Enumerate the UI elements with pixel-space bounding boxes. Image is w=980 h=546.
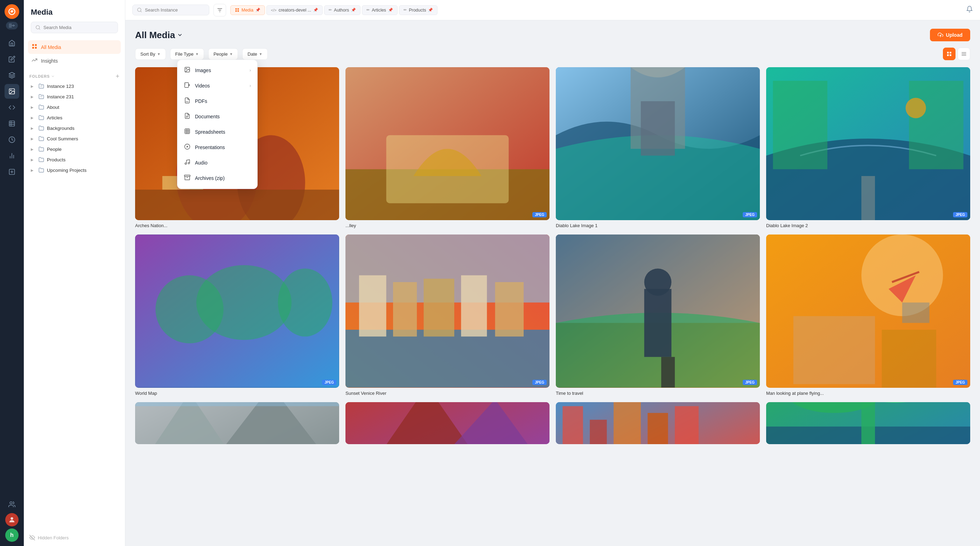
media-card-palm[interactable]: [766, 402, 970, 447]
folder-arrow: ▶: [31, 95, 36, 99]
svg-text:PDF: PDF: [186, 101, 189, 103]
dropdown-documents[interactable]: Documents: [177, 109, 257, 124]
svg-point-95: [644, 269, 671, 296]
topbar: Media 📌 </> creators-devel ... 📌 ✏ Autho…: [125, 0, 980, 20]
folders-label[interactable]: FOLDERS: [29, 74, 55, 78]
folder-instance-231[interactable]: ▶ Instance 231: [29, 91, 119, 102]
nav-layers-icon[interactable]: [5, 68, 19, 83]
tab-authors[interactable]: ✏ Authors 📌: [324, 5, 361, 15]
folder-arrow: ▶: [31, 147, 36, 151]
title-chevron-icon: [177, 32, 183, 38]
media-card-mt1[interactable]: [135, 402, 339, 447]
upload-button[interactable]: Upload: [930, 29, 970, 41]
folder-arrow: ▶: [31, 168, 36, 172]
folder-upcoming-projects[interactable]: ▶ Upcoming Projects: [29, 165, 119, 175]
nav-home-icon[interactable]: [5, 36, 19, 50]
hidden-folders[interactable]: Hidden Folders: [24, 529, 125, 546]
nav-chart-icon[interactable]: [5, 148, 19, 163]
svg-rect-78: [861, 176, 875, 220]
media-card-plane[interactable]: JPEG Man looking at plane flying...: [766, 234, 970, 395]
media-badge-lake2: JPEG: [953, 212, 967, 217]
dropdown-presentations[interactable]: Presentations: [177, 140, 257, 155]
nav-items: All Media Insights: [24, 37, 125, 68]
topbar-filter-button[interactable]: [213, 4, 226, 16]
media-card-travel[interactable]: JPEG Time to travel: [556, 234, 760, 395]
svg-point-15: [11, 517, 13, 520]
grid-view-button[interactable]: [943, 48, 956, 60]
media-thumb-venice: JPEG: [345, 234, 549, 387]
tab-products-icon: ✏: [404, 8, 407, 12]
media-card-desert[interactable]: JPEG ...lley: [345, 67, 549, 228]
user-avatar-top[interactable]: [5, 513, 19, 526]
collapse-button[interactable]: [6, 22, 18, 29]
folder-instance-123[interactable]: ▶ Instance 123: [29, 81, 119, 91]
svg-rect-90: [461, 275, 487, 337]
insights-label: Insights: [41, 58, 58, 64]
nav-edit-icon[interactable]: [5, 52, 19, 67]
topbar-search-input[interactable]: [145, 7, 204, 13]
svg-rect-100: [881, 330, 936, 387]
dropdown-pdfs[interactable]: PDF PDFs: [177, 94, 257, 109]
dropdown-spreadsheets-label: Spreadsheets: [195, 129, 225, 135]
folder-about[interactable]: ▶ About: [29, 102, 119, 112]
folder-cool-summers[interactable]: ▶ Cool Summers: [29, 133, 119, 144]
svg-point-98: [861, 234, 943, 316]
nav-media-icon[interactable]: [5, 84, 19, 99]
media-label-lake2: Diablo Lake Image 2: [766, 223, 970, 228]
nav-plus-square-icon[interactable]: [5, 164, 19, 179]
svg-rect-75: [773, 81, 827, 169]
nav-all-media[interactable]: All Media: [28, 40, 121, 54]
tab-products[interactable]: ✏ Products 📌: [399, 5, 438, 15]
svg-rect-22: [40, 85, 43, 87]
folder-label: About: [47, 105, 59, 110]
content-area: All Media Upload Sort By ▼ File Type ▼ P…: [125, 20, 980, 546]
folder-icon: [38, 167, 44, 173]
search-media-input[interactable]: [43, 25, 113, 30]
nav-table-icon[interactable]: [5, 116, 19, 131]
nav-code-icon[interactable]: [5, 100, 19, 115]
folder-articles[interactable]: ▶ Articles: [29, 112, 119, 123]
folders-header: FOLDERS +: [29, 73, 119, 80]
dropdown-archives[interactable]: Archives (zip): [177, 170, 257, 186]
svg-point-14: [10, 502, 12, 505]
svg-marker-57: [187, 146, 189, 148]
nav-circle-icon[interactable]: [5, 132, 19, 147]
media-card-lake1[interactable]: JPEG Diablo Lake Image 1: [556, 67, 760, 228]
content-title[interactable]: All Media: [135, 30, 183, 41]
media-badge-worldmap: JPEG: [322, 380, 336, 385]
folder-label: Backgrounds: [47, 126, 75, 131]
folder-backgrounds[interactable]: ▶ Backgrounds: [29, 123, 119, 133]
topbar-search[interactable]: [132, 5, 209, 15]
media-card-lake2[interactable]: JPEG Diablo Lake Image 2: [766, 67, 970, 228]
dropdown-images[interactable]: Images ›: [177, 63, 257, 78]
folder-icon: [38, 157, 44, 162]
media-card-worldmap[interactable]: JPEG World Map: [135, 234, 339, 395]
tab-creators[interactable]: </> creators-devel ... 📌: [266, 5, 323, 15]
media-card-city[interactable]: [556, 402, 760, 447]
dropdown-spreadsheets[interactable]: Spreadsheets: [177, 124, 257, 140]
media-card-venice[interactable]: JPEG Sunset Venice River: [345, 234, 549, 395]
nav-users-icon[interactable]: [5, 497, 19, 512]
media-card-mt2[interactable]: [345, 402, 549, 447]
notification-icon[interactable]: [966, 6, 973, 14]
people-filter-button[interactable]: People ▼: [208, 48, 238, 60]
media-thumb-desert: JPEG: [345, 67, 549, 220]
add-folder-button[interactable]: +: [116, 73, 119, 80]
folder-people[interactable]: ▶ People: [29, 144, 119, 154]
tab-media[interactable]: Media 📌: [230, 5, 265, 15]
date-filter-button[interactable]: Date ▼: [242, 48, 267, 60]
folder-products[interactable]: ▶ Products: [29, 154, 119, 165]
videos-arrow: ›: [250, 83, 251, 88]
dropdown-audio[interactable]: Audio: [177, 155, 257, 170]
spreadsheets-icon: [184, 128, 191, 136]
user-avatar-bottom[interactable]: h: [5, 528, 19, 542]
tab-products-label: Products: [409, 8, 426, 13]
dropdown-videos[interactable]: Videos ›: [177, 78, 257, 94]
search-media-box[interactable]: [31, 22, 118, 33]
file-type-button[interactable]: File Type ▼: [170, 48, 204, 60]
folder-arrow: ▶: [31, 116, 36, 120]
sort-by-button[interactable]: Sort By ▼: [135, 48, 166, 60]
list-view-button[interactable]: [958, 48, 970, 60]
tab-articles[interactable]: ✏ Articles 📌: [362, 5, 398, 15]
nav-insights[interactable]: Insights: [28, 54, 121, 68]
